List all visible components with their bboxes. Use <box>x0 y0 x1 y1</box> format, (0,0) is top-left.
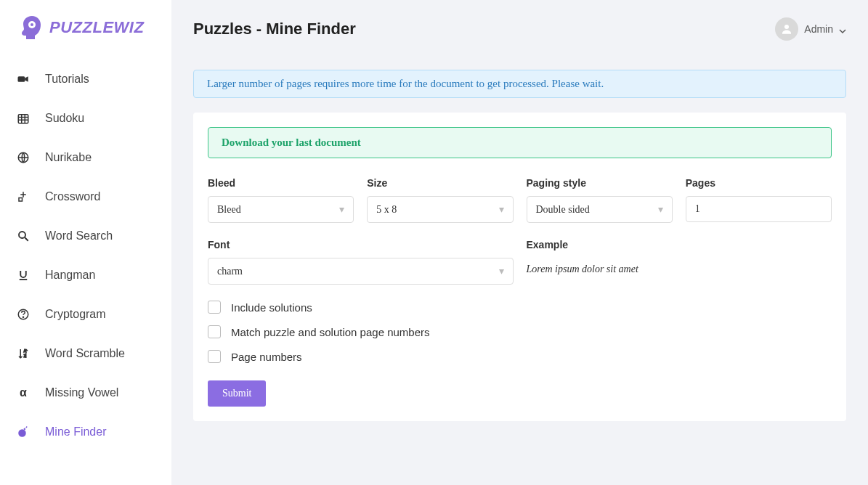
svg-point-19 <box>784 25 789 29</box>
sidebar-item-tutorials[interactable]: Tutorials <box>0 60 171 99</box>
svg-rect-2 <box>18 76 25 82</box>
check-page-numbers[interactable]: Page numbers <box>208 350 832 363</box>
pages-label: Pages <box>686 177 832 189</box>
sidebar-item-missing-vowel[interactable]: α Missing Vowel <box>0 373 171 412</box>
sidebar-item-label: Crossword <box>45 190 100 203</box>
svg-line-18 <box>26 427 28 428</box>
sort-icon: AZ <box>16 346 31 361</box>
field-example: Example Lorem ipsum dolor sit amet <box>527 239 832 285</box>
example-text: Lorem ipsum dolor sit amet <box>527 258 832 275</box>
sidebar-item-label: Nurikabe <box>45 151 92 164</box>
sidebar-item-label: Word Scramble <box>45 347 125 360</box>
sidebar: PuzzleWiz Tutorials Sudoku Nurikabe Cros… <box>0 0 171 485</box>
sidebar-item-word-search[interactable]: Word Search <box>0 216 171 256</box>
info-alert: Larger number of pages requires more tim… <box>193 70 846 98</box>
sidebar-item-word-scramble[interactable]: AZ Word Scramble <box>0 334 171 373</box>
field-font: Font charm ▾ <box>208 239 514 285</box>
checkbox-icon[interactable] <box>208 301 221 314</box>
check-label: Include solutions <box>231 301 312 314</box>
nav-list: Tutorials Sudoku Nurikabe Crossword Word… <box>0 60 171 452</box>
size-value: 5 x 8 <box>376 204 397 216</box>
checkbox-icon[interactable] <box>208 350 221 363</box>
bleed-value: Bleed <box>217 204 241 216</box>
example-label: Example <box>527 239 832 250</box>
search-icon <box>16 229 31 243</box>
sidebar-item-crossword[interactable]: Crossword <box>0 177 171 216</box>
sidebar-item-mine-finder[interactable]: Mine Finder <box>0 412 171 452</box>
calendar-icon <box>16 111 31 126</box>
font-select[interactable]: charm ▾ <box>208 258 514 285</box>
svg-line-10 <box>25 237 28 241</box>
page-title: Puzzles - Mine Finder <box>193 20 356 38</box>
sidebar-item-label: Cryptogram <box>45 308 106 321</box>
field-pages: Pages <box>686 177 832 223</box>
chevron-down-icon: ▾ <box>499 265 504 277</box>
logo-mark-icon <box>17 13 46 42</box>
sidebar-item-cryptogram[interactable]: Cryptogram <box>0 295 171 334</box>
svg-point-9 <box>19 232 25 238</box>
field-size: Size 5 x 8 ▾ <box>367 177 513 223</box>
chevron-down-icon: ▾ <box>339 203 344 216</box>
user-name: Admin <box>804 23 833 35</box>
field-paging: Paging style Double sided ▾ <box>527 177 673 223</box>
check-label: Match puzzle and solution page numbers <box>231 326 430 338</box>
brand-name: PuzzleWiz <box>49 18 144 37</box>
svg-text:A: A <box>24 349 26 353</box>
main-content: Puzzles - Mine Finder Admin Larger numbe… <box>171 0 868 485</box>
topbar: Puzzles - Mine Finder Admin <box>193 17 846 41</box>
puzzle-icon <box>16 189 31 204</box>
chevron-down-icon: ▾ <box>499 203 504 216</box>
download-last-document[interactable]: Download your last document <box>208 127 832 158</box>
svg-text:Z: Z <box>24 354 26 358</box>
sidebar-item-label: Mine Finder <box>45 425 106 439</box>
svg-rect-3 <box>18 115 28 123</box>
sidebar-item-nurikabe[interactable]: Nurikabe <box>0 138 171 177</box>
size-label: Size <box>367 177 513 189</box>
sidebar-item-label: Sudoku <box>45 112 84 125</box>
sidebar-item-hangman[interactable]: Hangman <box>0 256 171 295</box>
size-select[interactable]: 5 x 8 ▾ <box>367 196 513 223</box>
bleed-select[interactable]: Bleed ▾ <box>208 196 354 223</box>
submit-button[interactable]: Submit <box>208 380 266 407</box>
form-panel: Download your last document Bleed Bleed … <box>193 113 846 421</box>
font-label: Font <box>208 239 514 250</box>
logo: PuzzleWiz <box>0 13 171 60</box>
bleed-label: Bleed <box>208 177 354 189</box>
svg-point-1 <box>31 23 33 26</box>
field-bleed: Bleed Bleed ▾ <box>208 177 354 223</box>
check-match-numbers[interactable]: Match puzzle and solution page numbers <box>208 325 832 338</box>
alpha-icon: α <box>16 386 31 400</box>
chevron-down-icon <box>839 25 846 33</box>
avatar-icon <box>775 17 798 41</box>
check-include-solutions[interactable]: Include solutions <box>208 301 832 314</box>
font-value: charm <box>217 266 243 277</box>
user-menu[interactable]: Admin <box>775 17 846 41</box>
paging-label: Paging style <box>527 177 673 189</box>
globe-icon <box>16 150 31 165</box>
sidebar-item-sudoku[interactable]: Sudoku <box>0 99 171 138</box>
checkbox-icon[interactable] <box>208 325 221 338</box>
bomb-icon <box>16 425 31 439</box>
sidebar-item-label: Missing Vowel <box>45 386 118 399</box>
sidebar-item-label: Hangman <box>45 269 95 282</box>
paging-select[interactable]: Double sided ▾ <box>527 196 673 223</box>
pages-input[interactable] <box>686 196 832 222</box>
video-icon <box>16 72 31 86</box>
svg-point-13 <box>23 317 23 317</box>
paging-value: Double sided <box>536 204 590 216</box>
question-icon <box>16 307 31 322</box>
svg-point-16 <box>18 429 26 437</box>
check-label: Page numbers <box>231 351 302 363</box>
sidebar-item-label: Tutorials <box>45 73 89 86</box>
chevron-down-icon: ▾ <box>658 203 663 216</box>
sidebar-item-label: Word Search <box>45 229 113 242</box>
underline-icon <box>16 268 31 282</box>
